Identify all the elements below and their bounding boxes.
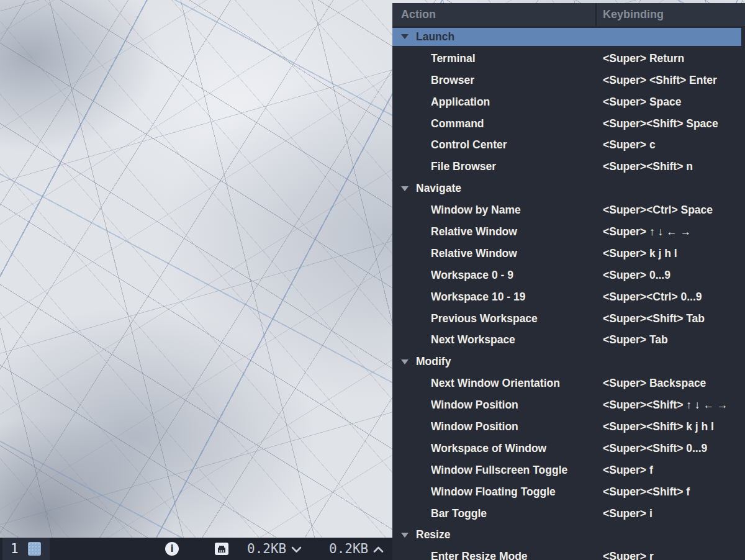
section-row-navigate[interactable]: Navigate	[392, 178, 741, 199]
keybinding-value: <Super><Shift> 0...9	[603, 442, 741, 455]
action-label: Enter Resize Mode	[431, 550, 603, 560]
section-label: Resize	[416, 528, 450, 541]
keybinding-row[interactable]: Window by Name<Super><Ctrl> Space	[392, 199, 741, 221]
keybinding-value: <Super><Shift> f	[603, 485, 741, 499]
column-header-action[interactable]: Action	[392, 8, 595, 21]
keybindings-panel: Action Keybinding LaunchTerminal<Super> …	[392, 3, 745, 560]
collapse-triangle-icon[interactable]	[401, 359, 409, 364]
action-label: Application	[431, 96, 603, 109]
keybinding-row[interactable]: Workspace 0 - 9<Super> 0...9	[392, 264, 741, 286]
section-row-resize[interactable]: Resize	[392, 524, 741, 546]
action-label: Previous Workspace	[431, 312, 603, 325]
section-label: Navigate	[416, 182, 461, 195]
keybinding-row[interactable]: Window Floating Toggle<Super><Shift> f	[392, 481, 741, 503]
keybinding-row[interactable]: Window Fullscreen Toggle<Super> f	[392, 459, 741, 481]
keybinding-row[interactable]: Relative Window<Super> ↑ ↓ ← →	[392, 221, 741, 243]
keybinding-row[interactable]: Control Center<Super> c	[392, 134, 741, 156]
info-icon[interactable]: i	[165, 542, 179, 556]
keybinding-row[interactable]: Next Window Orientation<Super> Backspace	[392, 373, 741, 394]
network-download[interactable]: 0.2KB	[247, 538, 302, 560]
action-label: Workspace 0 - 9	[431, 269, 603, 282]
keybinding-row[interactable]: Relative Window<Super> k j h l	[392, 243, 741, 264]
keybinding-value: <Super><Shift> Tab	[603, 312, 741, 325]
keybinding-row[interactable]: File Browser<Super><Shift> n	[392, 156, 741, 178]
keybinding-value: <Super> Backspace	[603, 377, 741, 390]
keybinding-row[interactable]: Browser<Super> <Shift> Enter	[392, 70, 741, 91]
action-label: Next Workspace	[431, 333, 603, 346]
action-label: Browser	[431, 74, 603, 87]
keybinding-value: <Super><Ctrl> 0...9	[603, 291, 741, 304]
action-label: Relative Window	[431, 247, 603, 260]
section-row-launch[interactable]: Launch	[392, 26, 741, 48]
action-label: Window Position	[431, 420, 603, 433]
network-upload[interactable]: 0.2KB	[329, 538, 384, 560]
panel-header: Action Keybinding	[392, 3, 745, 26]
keybinding-rows: LaunchTerminal<Super> ReturnBrowser<Supe…	[392, 26, 745, 560]
action-label: Workspace of Window	[431, 442, 603, 455]
column-header-keybinding[interactable]: Keybinding	[597, 8, 664, 21]
status-bar: 1 i 0.2KB 0.2KB	[0, 538, 392, 560]
keybinding-row[interactable]: Application<Super> Space	[392, 91, 741, 113]
ethernet-icon[interactable]	[214, 542, 229, 558]
keybinding-value: <Super> i	[603, 507, 741, 520]
collapse-triangle-icon[interactable]	[401, 533, 409, 538]
action-label: Window by Name	[431, 204, 603, 217]
keybinding-value: <Super> Tab	[603, 333, 741, 346]
action-label: Control Center	[431, 138, 603, 151]
action-label: Terminal	[431, 52, 603, 65]
workspace-number: 1	[11, 541, 19, 556]
action-label: Bar Toggle	[431, 507, 603, 520]
keybinding-row[interactable]: Command<Super><Shift> Space	[392, 113, 741, 135]
download-rate: 0.2KB	[247, 541, 286, 556]
keybinding-row[interactable]: Workspace of Window<Super><Shift> 0...9	[392, 438, 741, 459]
keybinding-row[interactable]: Workspace 10 - 19<Super><Ctrl> 0...9	[392, 286, 741, 308]
action-label: Command	[431, 117, 603, 130]
action-label: Workspace 10 - 19	[431, 291, 603, 304]
keybinding-value: <Super><Shift> k j h l	[603, 420, 741, 433]
keybinding-value: <Super> Return	[603, 52, 741, 65]
section-label: Modify	[416, 355, 451, 368]
keybinding-value: <Super><Ctrl> Space	[603, 204, 741, 217]
action-label: Next Window Orientation	[431, 377, 603, 390]
action-label: File Browser	[431, 160, 603, 173]
section-label: Launch	[416, 30, 454, 43]
keybinding-row[interactable]: Terminal<Super> Return	[392, 48, 741, 70]
collapse-triangle-icon[interactable]	[401, 186, 409, 191]
workspace-active-square-icon	[28, 542, 41, 556]
keybinding-value: <Super><Shift> Space	[603, 117, 741, 130]
keybinding-value: <Super> c	[603, 138, 741, 151]
keybinding-value: <Super> f	[603, 464, 741, 477]
keybinding-row[interactable]: Window Position<Super><Shift> k j h l	[392, 416, 741, 438]
action-label: Relative Window	[431, 225, 603, 238]
keybinding-value: <Super><Shift> ↑ ↓ ← →	[603, 399, 741, 412]
keybinding-row[interactable]: Bar Toggle<Super> i	[392, 503, 741, 525]
keybinding-value: <Super> 0...9	[603, 269, 741, 282]
keybinding-value: <Super> r	[603, 550, 741, 560]
keybinding-value: <Super><Shift> n	[603, 160, 741, 173]
upload-rate: 0.2KB	[329, 541, 368, 556]
keybinding-row[interactable]: Previous Workspace<Super><Shift> Tab	[392, 308, 741, 330]
action-label: Window Fullscreen Toggle	[431, 464, 603, 477]
workspace-indicator[interactable]: 1	[2, 538, 50, 560]
action-label: Window Floating Toggle	[431, 485, 603, 499]
keybinding-value: <Super> k j h l	[603, 247, 741, 260]
action-label: Window Position	[431, 399, 603, 412]
keybinding-row[interactable]: Enter Resize Mode<Super> r	[392, 546, 741, 560]
keybinding-value: <Super> Space	[603, 96, 741, 109]
keybinding-row[interactable]: Next Workspace<Super> Tab	[392, 329, 741, 351]
collapse-triangle-icon[interactable]	[401, 34, 409, 39]
chevron-down-icon	[291, 546, 302, 553]
keybinding-row[interactable]: Window Position<Super><Shift> ↑ ↓ ← →	[392, 394, 741, 416]
keybinding-value: <Super> <Shift> Enter	[603, 74, 741, 87]
chevron-up-icon	[373, 546, 384, 553]
keybinding-value: <Super> ↑ ↓ ← →	[603, 225, 741, 238]
section-row-modify[interactable]: Modify	[392, 351, 741, 373]
